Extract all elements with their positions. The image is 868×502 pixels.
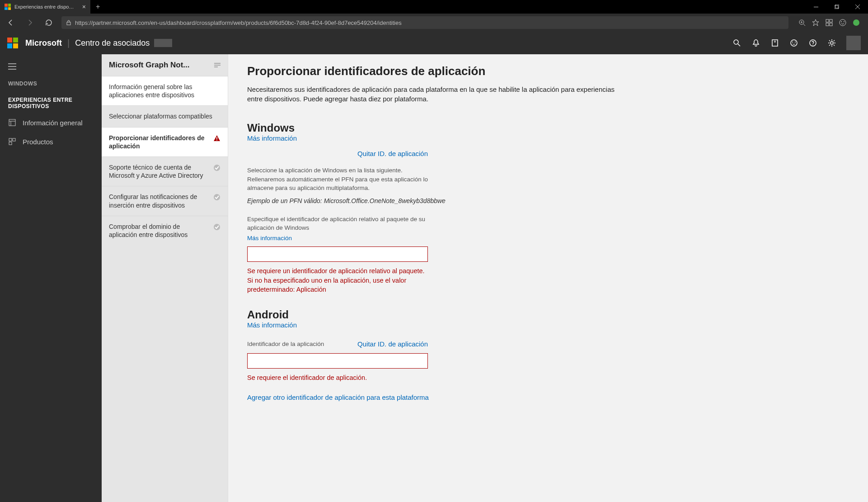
android-remove-id-link[interactable]: Quitar ID. de aplicación: [357, 340, 428, 348]
address-bar: https://partner.microsoft.com/en-us/dash…: [0, 14, 868, 32]
collapse-icon[interactable]: [214, 63, 221, 67]
left-sidebar: WINDOWS EXPERIENCIAS ENTRE DISPOSITIVOS …: [0, 54, 102, 502]
windows-field-more-info-link[interactable]: Más información: [247, 235, 292, 242]
android-section: Android Más información Identificador de…: [247, 308, 849, 401]
face-icon[interactable]: [839, 19, 846, 26]
windows-error: Se requiere un identificador de aplicaci…: [247, 266, 428, 294]
windows-title: Windows: [247, 122, 849, 134]
gear-icon[interactable]: [827, 38, 836, 47]
sub-item-label: Proporcionar identificadores de aplicaci…: [109, 134, 209, 150]
svg-point-24: [795, 42, 796, 43]
header-brand[interactable]: Microsoft: [25, 38, 62, 48]
svg-point-23: [792, 42, 793, 43]
svg-point-16: [844, 21, 845, 22]
svg-point-42: [214, 165, 220, 171]
svg-rect-35: [13, 138, 15, 141]
sub-item-label: Soporte técnico de cuenta de Microsoft y…: [109, 163, 209, 180]
nav-forward-icon[interactable]: [23, 16, 36, 29]
header-product[interactable]: Centro de asociados: [75, 38, 150, 48]
sub-item-1[interactable]: Seleccionar plataformas compatibles: [102, 105, 228, 127]
user-avatar[interactable]: [846, 36, 861, 50]
sub-item-label: Configurar las notificaciones de inserci…: [109, 193, 209, 209]
url-input[interactable]: https://partner.microsoft.com/en-us/dash…: [61, 16, 788, 29]
tab-close-icon[interactable]: ×: [82, 3, 86, 10]
svg-rect-13: [830, 23, 832, 26]
svg-point-18: [734, 40, 738, 44]
overview-icon: [8, 118, 16, 127]
sub-item-0[interactable]: Información general sobre las aplicacion…: [102, 76, 228, 105]
svg-rect-31: [9, 119, 15, 126]
sidebar-item-products[interactable]: Productos: [0, 132, 102, 151]
sub-item-label: Información general sobre las aplicacion…: [109, 83, 221, 99]
svg-point-22: [791, 40, 797, 46]
svg-point-26: [812, 45, 813, 46]
warning-icon: [213, 135, 221, 142]
svg-rect-41: [216, 140, 217, 141]
sidebar-item-label: Productos: [23, 138, 53, 146]
android-error: Se requiere el identificador de aplicaci…: [247, 373, 428, 382]
windows-example: Ejemplo de un PFN válido: Microsoft.Offi…: [247, 197, 849, 204]
profile-icon[interactable]: [853, 19, 860, 26]
svg-rect-10: [826, 19, 829, 22]
nav-refresh-icon[interactable]: [42, 16, 55, 29]
window-close-icon[interactable]: [847, 0, 868, 14]
sub-item-5[interactable]: Comprobar el dominio de aplicación entre…: [102, 216, 228, 245]
windows-app-id-input[interactable]: [247, 246, 428, 262]
sidebar-item-overview[interactable]: Información general: [0, 113, 102, 132]
android-more-info-link[interactable]: Más información: [247, 321, 297, 329]
svg-rect-0: [814, 7, 818, 7]
hamburger-icon[interactable]: [0, 59, 102, 74]
windows-field-label: Especifique el identificador de aplicaci…: [247, 215, 428, 232]
sub-item-3[interactable]: Soporte técnico de cuenta de Microsoft y…: [102, 156, 228, 186]
tab-title: Experiencias entre dispositivos: [14, 4, 75, 9]
check-icon: [213, 223, 221, 231]
windows-helper: Seleccione la aplicación de Windows en l…: [247, 166, 428, 193]
window-minimize-icon[interactable]: [806, 0, 826, 14]
sidebar-section-windows[interactable]: WINDOWS: [0, 74, 102, 90]
svg-rect-12: [826, 23, 829, 26]
android-title: Android: [247, 308, 849, 321]
windows-section: Windows Más información Quitar ID. de ap…: [247, 122, 849, 294]
android-app-id-input[interactable]: [247, 353, 428, 369]
svg-point-15: [841, 21, 842, 22]
svg-rect-2: [835, 5, 839, 8]
sidebar-section-experiences[interactable]: EXPERIENCIAS ENTRE DISPOSITIVOS: [0, 90, 102, 113]
extensions-icon[interactable]: [826, 19, 833, 26]
svg-point-44: [214, 224, 220, 230]
app-header: Microsoft | Centro de asociados: [0, 32, 868, 54]
android-add-another-link[interactable]: Agregar otro identificador de aplicación…: [247, 393, 429, 401]
svg-point-21: [774, 41, 776, 43]
favicon: [5, 4, 11, 10]
sidebar-item-label: Información general: [23, 119, 83, 127]
header-divider: |: [67, 38, 70, 48]
svg-rect-11: [830, 19, 832, 22]
nav-back-icon[interactable]: [5, 16, 17, 29]
feedback-icon[interactable]: [789, 38, 798, 47]
page-description: Necesitaremos sus identificadores de apl…: [247, 85, 631, 104]
sub-item-2[interactable]: Proporcionar identificadores de aplicaci…: [102, 127, 228, 156]
main-content: Proporcionar identificadores de aplicaci…: [228, 54, 868, 502]
secondary-header: Microsoft Graph Not...: [102, 54, 228, 76]
search-icon[interactable]: [732, 38, 741, 47]
windows-remove-id-link[interactable]: Quitar ID. de aplicación: [357, 150, 428, 157]
svg-rect-36: [9, 142, 12, 145]
sub-item-4[interactable]: Configurar las notificaciones de inserci…: [102, 186, 228, 215]
notification-icon[interactable]: [751, 38, 760, 47]
svg-rect-1: [835, 5, 838, 9]
microsoft-logo-icon[interactable]: [7, 38, 18, 48]
windows-more-info-link[interactable]: Más información: [247, 134, 297, 142]
svg-point-43: [214, 194, 220, 200]
browser-tab[interactable]: Experiencias entre dispositivos ×: [0, 0, 90, 14]
new-tab-button[interactable]: +: [90, 3, 105, 11]
check-icon: [213, 164, 221, 171]
secondary-sidebar: Microsoft Graph Not... Información gener…: [102, 54, 228, 502]
favorite-icon[interactable]: [812, 19, 819, 26]
help-icon[interactable]: [808, 38, 817, 47]
android-field-label: Identificador de la aplicación: [247, 340, 324, 349]
zoom-icon[interactable]: [798, 19, 806, 26]
svg-point-14: [840, 19, 846, 26]
announcement-icon[interactable]: [770, 38, 779, 47]
products-icon: [8, 137, 16, 146]
lock-icon: [66, 20, 71, 25]
window-maximize-icon[interactable]: [826, 0, 847, 14]
